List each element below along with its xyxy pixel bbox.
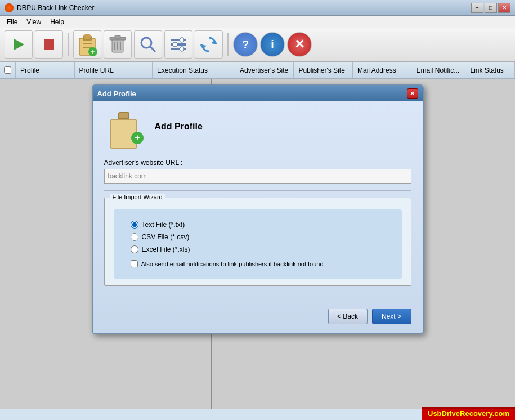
col-notif-header: Email Notific... [411, 62, 465, 78]
toolbar: + [0, 28, 515, 62]
table-body: Add Profile ✕ + Add Profile [0, 79, 515, 409]
svg-marker-24 [200, 44, 207, 49]
refresh-button[interactable] [195, 30, 223, 59]
app-icon [5, 3, 14, 12]
svg-text:+: + [91, 47, 95, 56]
menu-view[interactable]: View [22, 17, 46, 27]
col-status-header: Link Status [465, 62, 515, 78]
settings-button[interactable] [164, 30, 192, 59]
search-button[interactable] [134, 30, 162, 59]
close-toolbar-button[interactable]: ✕ [287, 32, 312, 57]
search-icon [139, 35, 157, 53]
play-icon [11, 37, 26, 52]
radio-txt[interactable]: Text File (*.txt) [131, 221, 385, 229]
delete-icon [109, 34, 127, 55]
dialog-content: + Add Profile Advertiser's website URL : [93, 101, 423, 304]
svg-rect-4 [84, 34, 91, 39]
app-title: DRPU Back Link Checker [17, 4, 94, 12]
play-button[interactable] [5, 30, 33, 59]
dialog-icon-area: + [104, 110, 144, 150]
svg-rect-11 [115, 35, 120, 38]
radio-xls[interactable]: Excel File (*.xls) [131, 245, 385, 253]
svg-point-20 [180, 38, 184, 42]
toolbar-separator [68, 33, 69, 56]
title-bar: DRPU Back Link Checker − □ ✕ [0, 0, 515, 16]
email-notify-checkbox-label[interactable]: Also send email notifications to link pu… [131, 260, 385, 267]
title-bar-controls: − □ ✕ [471, 3, 510, 13]
help-button[interactable]: ? [233, 32, 258, 57]
settings-icon [169, 35, 187, 53]
radio-csv-input[interactable] [131, 233, 138, 241]
minimize-button[interactable]: − [471, 3, 483, 13]
clipboard-plus-icon: + [131, 132, 144, 144]
col-adv-header: Advertiser's Site [235, 62, 294, 78]
refresh-icon [200, 35, 218, 53]
col-mail-header: Mail Address [353, 62, 412, 78]
next-button[interactable]: Next > [372, 309, 411, 324]
radio-xls-label: Excel File (*.xls) [142, 245, 190, 253]
url-label: Advertiser's website URL : [104, 159, 411, 167]
clipboard-icon: + [108, 112, 139, 149]
svg-rect-1 [44, 39, 54, 50]
add-profile-dialog: Add Profile ✕ + Add Profile [92, 84, 424, 334]
svg-marker-23 [211, 40, 218, 44]
stop-button[interactable] [35, 30, 63, 59]
info-icon: i [271, 38, 274, 51]
close-toolbar-icon: ✕ [294, 37, 304, 52]
dialog-close-button[interactable]: ✕ [407, 88, 418, 99]
title-bar-left: DRPU Back Link Checker [5, 3, 94, 12]
dialog-title-section: Add Profile [155, 110, 411, 132]
svg-line-16 [150, 47, 155, 52]
info-button[interactable]: i [260, 32, 285, 57]
select-all-checkbox[interactable] [4, 66, 11, 74]
form-divider [104, 190, 411, 191]
add-profile-icon: + [77, 33, 97, 56]
radio-xls-input[interactable] [131, 245, 138, 253]
wizard-box: File Import Wizard Text File (*.txt) [104, 198, 411, 286]
menu-file[interactable]: File [2, 17, 22, 27]
col-pub-header: Publisher's Site [294, 62, 353, 78]
svg-marker-0 [14, 39, 24, 50]
toolbar-separator-2 [227, 33, 229, 56]
radio-csv[interactable]: CSV File (*.csv) [131, 233, 385, 241]
dialog-footer: < Back Next > [93, 304, 423, 333]
dialog-main-heading: Add Profile [155, 122, 411, 132]
dialog-title: Add Profile [97, 90, 136, 98]
email-notify-label: Also send email notifications to link pu… [141, 261, 324, 267]
restore-button[interactable]: □ [485, 3, 497, 13]
radio-txt-input[interactable] [131, 221, 138, 229]
url-form-group: Advertiser's website URL : [104, 159, 411, 184]
svg-point-21 [173, 42, 177, 47]
dialog-header: + Add Profile [104, 110, 411, 150]
svg-point-22 [180, 47, 184, 51]
col-url-header: Profile URL [75, 62, 153, 78]
dialog-overlay: Add Profile ✕ + Add Profile [0, 79, 515, 409]
email-notify-checkbox[interactable] [131, 260, 138, 267]
radio-txt-label: Text File (*.txt) [142, 221, 185, 229]
app-close-button[interactable]: ✕ [498, 3, 510, 13]
clipboard-clip [118, 112, 129, 119]
wizard-box-title: File Import Wizard [110, 194, 165, 200]
radio-csv-label: CSV File (*.csv) [142, 233, 190, 241]
dialog-title-bar: Add Profile ✕ [93, 86, 423, 101]
col-check [0, 62, 16, 78]
menu-help[interactable]: Help [46, 17, 69, 27]
help-icon: ? [242, 38, 249, 51]
back-button[interactable]: < Back [328, 309, 368, 324]
url-input[interactable] [104, 169, 411, 184]
file-type-radio-group: Text File (*.txt) CSV File (*.csv) Excel… [131, 221, 385, 267]
delete-button[interactable] [104, 30, 132, 59]
col-exec-header: Execution Status [153, 62, 235, 78]
watermark: UsbDriveRecovery.com [422, 407, 515, 420]
col-profile-header: Profile [16, 62, 75, 78]
table-header: Profile Profile URL Execution Status Adv… [0, 62, 515, 79]
svg-point-15 [141, 38, 151, 48]
menu-bar: File View Help [0, 16, 515, 28]
wizard-inner: Text File (*.txt) CSV File (*.csv) Excel… [114, 209, 402, 279]
stop-icon [41, 37, 57, 52]
add-profile-toolbar-button[interactable]: + [73, 30, 101, 59]
